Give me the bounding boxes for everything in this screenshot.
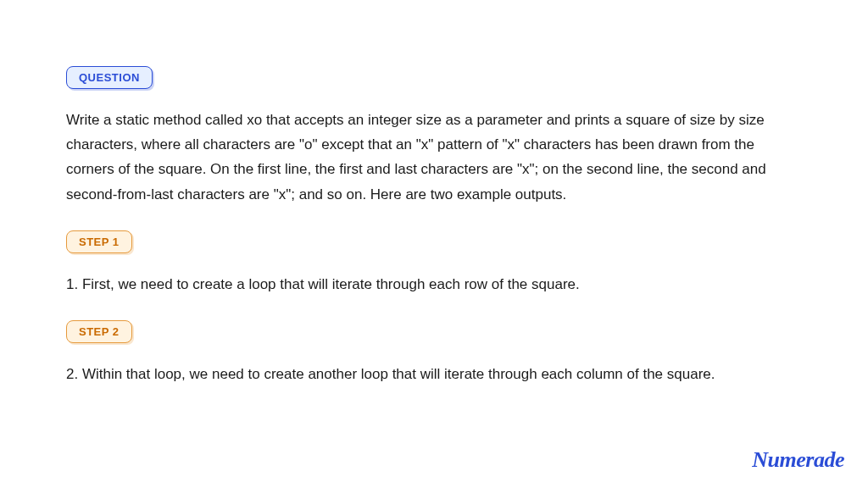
question-section: QUESTION Write a static method called xo… bbox=[66, 66, 802, 207]
question-badge: QUESTION bbox=[66, 66, 153, 89]
step-1-text: 1. First, we need to create a loop that … bbox=[66, 272, 802, 297]
numerade-logo: Numerade bbox=[752, 447, 844, 473]
step-1-section: STEP 1 1. First, we need to create a loo… bbox=[66, 230, 802, 297]
step-2-badge: STEP 2 bbox=[66, 320, 132, 343]
step-2-text: 2. Within that loop, we need to create a… bbox=[66, 362, 802, 386]
step-1-badge: STEP 1 bbox=[66, 230, 132, 253]
question-text: Write a static method called xo that acc… bbox=[66, 108, 802, 207]
step-2-section: STEP 2 2. Within that loop, we need to c… bbox=[66, 320, 802, 386]
